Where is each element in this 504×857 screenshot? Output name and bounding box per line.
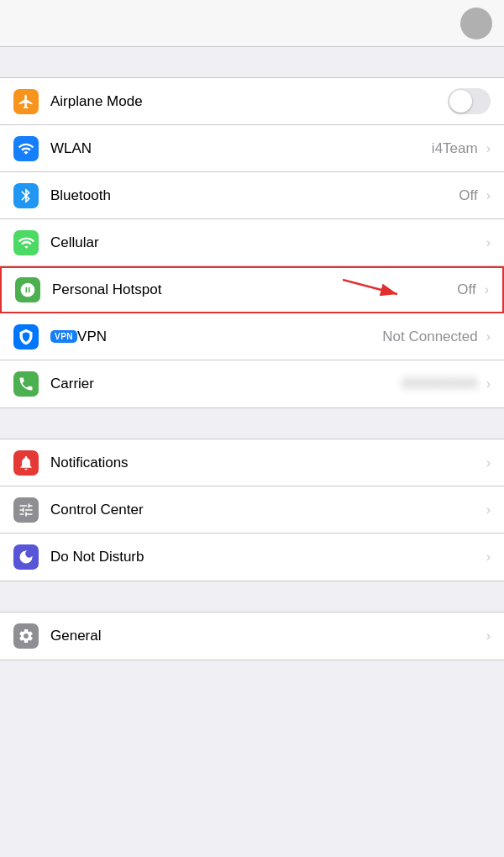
vpn-icon	[13, 324, 39, 350]
wlan-value: i4Team	[432, 140, 478, 157]
wlan-chevron: ›	[486, 141, 491, 156]
settings-row-bluetooth[interactable]: BluetoothOff›	[0, 172, 504, 219]
settings-row-airplane-mode[interactable]: Airplane Mode	[0, 78, 504, 125]
airplane-mode-toggle-knob	[449, 90, 472, 113]
cellular-label: Cellular	[50, 234, 485, 251]
settings-content: Airplane ModeWLANi4Team›BluetoothOff›Cel…	[0, 47, 504, 694]
settings-row-control-center[interactable]: Control Center›	[0, 486, 504, 534]
settings-row-do-not-disturb[interactable]: Do Not Disturb›	[0, 534, 504, 581]
general-chevron: ›	[486, 628, 491, 644]
bluetooth-chevron: ›	[486, 188, 491, 203]
section-spacer-0	[0, 47, 504, 77]
control-center-chevron: ›	[486, 502, 491, 518]
personal-hotspot-value: Off	[457, 281, 475, 298]
cellular-icon	[13, 230, 39, 255]
airplane-mode-label: Airplane Mode	[50, 93, 448, 110]
moon-icon	[13, 544, 39, 570]
bluetooth-icon	[13, 183, 39, 208]
personal-hotspot-label: Personal Hotspot	[52, 281, 457, 298]
general-label: General	[50, 628, 485, 644]
vpn-badge: VPN	[50, 330, 77, 343]
settings-row-general[interactable]: General›	[0, 613, 504, 660]
control-center-icon	[13, 497, 39, 523]
vpn-label: VPN	[77, 329, 382, 345]
cellular-chevron: ›	[486, 235, 491, 250]
bluetooth-label: Bluetooth	[50, 187, 459, 204]
header	[0, 0, 504, 47]
carrier-chevron: ›	[486, 376, 491, 392]
notifications-chevron: ›	[486, 455, 491, 471]
phone-icon	[13, 371, 39, 397]
settings-row-vpn[interactable]: VPNVPNNot Connected›	[0, 313, 504, 360]
bluetooth-value: Off	[459, 187, 477, 204]
carrier-label: Carrier	[50, 376, 402, 392]
do-not-disturb-label: Do Not Disturb	[50, 549, 485, 565]
hotspot-icon	[15, 277, 40, 302]
settings-row-wlan[interactable]: WLANi4Team›	[0, 125, 504, 172]
settings-row-notifications[interactable]: Notifications›	[0, 439, 504, 486]
wlan-label: WLAN	[50, 140, 432, 157]
wifi-icon	[13, 136, 39, 161]
control-center-label: Control Center	[50, 502, 485, 518]
settings-group-system: General›	[0, 612, 504, 660]
settings-group-connectivity: Airplane ModeWLANi4Team›BluetoothOff›Cel…	[0, 77, 504, 408]
carrier-value: XXXXXXXX	[402, 376, 478, 392]
notifications-label: Notifications	[50, 455, 485, 471]
airplane-icon	[13, 89, 39, 114]
settings-row-personal-hotspot[interactable]: Personal HotspotOff›	[0, 266, 504, 313]
settings-row-carrier[interactable]: CarrierXXXXXXXX›	[0, 360, 504, 407]
bottom-spacer	[0, 660, 504, 694]
vpn-value: Not Connected	[382, 329, 477, 345]
avatar	[460, 8, 492, 39]
do-not-disturb-chevron: ›	[486, 549, 491, 565]
section-spacer-2	[0, 581, 504, 612]
section-spacer-1	[0, 408, 504, 439]
settings-row-cellular[interactable]: Cellular›	[0, 219, 504, 266]
vpn-chevron: ›	[486, 329, 491, 344]
notifications-icon	[13, 450, 39, 476]
personal-hotspot-chevron: ›	[485, 282, 489, 297]
airplane-mode-toggle[interactable]	[448, 88, 491, 114]
settings-group-preferences: Notifications›Control Center›Do Not Dist…	[0, 439, 504, 581]
gear-icon	[13, 623, 39, 649]
